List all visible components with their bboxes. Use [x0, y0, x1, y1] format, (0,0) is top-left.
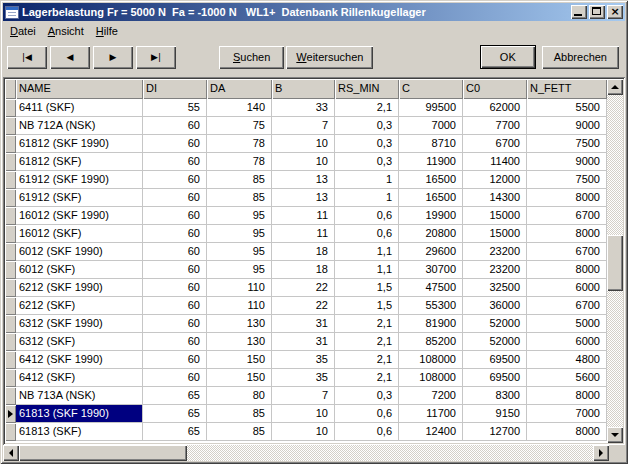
table-cell[interactable]: 10	[272, 153, 335, 171]
table-cell[interactable]: 47500	[399, 279, 463, 297]
table-row[interactable]: 6212 (SKF 1990)60110221,547500325006000	[5, 279, 607, 297]
table-cell[interactable]: 0,6	[335, 423, 399, 441]
table-cell[interactable]: 6412 (SKF)	[16, 369, 143, 387]
table-cell[interactable]: 10	[272, 405, 335, 423]
table-cell[interactable]: 11	[272, 207, 335, 225]
scroll-down-button[interactable]	[607, 427, 623, 443]
table-cell[interactable]: 29600	[399, 243, 463, 261]
table-cell[interactable]: 2,1	[335, 333, 399, 351]
next-record-button[interactable]: ▶	[93, 46, 133, 69]
table-row[interactable]: 61912 (SKF)608513116500143008000	[5, 189, 607, 207]
table-cell[interactable]: 31	[272, 315, 335, 333]
table-cell[interactable]: 2,1	[335, 369, 399, 387]
row-selector[interactable]	[5, 279, 16, 297]
table-cell[interactable]: 0,3	[335, 387, 399, 405]
titlebar[interactable]: Lagerbelastung Fr = 5000 N Fa = -1000 N …	[3, 3, 625, 21]
table-cell[interactable]: 110	[207, 279, 272, 297]
row-selector[interactable]	[5, 387, 16, 405]
table-row[interactable]: 6212 (SKF)60110221,555300360006700	[5, 297, 607, 315]
table-cell[interactable]: 1,5	[335, 297, 399, 315]
abbrechen-button[interactable]: Abbrechen	[542, 46, 619, 69]
row-selector[interactable]	[5, 189, 16, 207]
table-cell[interactable]: 18	[272, 261, 335, 279]
table-cell[interactable]: 61812 (SKF 1990)	[16, 135, 143, 153]
table-cell[interactable]: 85200	[399, 333, 463, 351]
horizontal-scroll-track[interactable]	[19, 445, 593, 461]
table-row[interactable]: NB 713A (NSK)658070,3720083008000	[5, 387, 607, 405]
menu-item-ansicht[interactable]: Ansicht	[42, 23, 90, 39]
table-cell[interactable]: 1,1	[335, 243, 399, 261]
row-selector[interactable]	[5, 135, 16, 153]
table-cell[interactable]: 30700	[399, 261, 463, 279]
table-cell[interactable]: 85	[207, 189, 272, 207]
table-cell[interactable]: 85	[207, 423, 272, 441]
table-cell[interactable]: 20800	[399, 225, 463, 243]
row-selector[interactable]	[5, 207, 16, 225]
previous-record-button[interactable]: ◀	[50, 46, 90, 69]
table-cell[interactable]: 1,1	[335, 261, 399, 279]
column-header-di[interactable]: DI	[143, 79, 207, 99]
table-cell[interactable]: 81900	[399, 315, 463, 333]
table-cell[interactable]: 95	[207, 207, 272, 225]
table-row[interactable]: 6411 (SKF)55140332,199500620005500	[5, 99, 607, 117]
table-cell[interactable]: 0,3	[335, 135, 399, 153]
table-cell[interactable]: 12400	[399, 423, 463, 441]
table-cell[interactable]: 15000	[463, 207, 527, 225]
table-cell[interactable]: 60	[143, 117, 207, 135]
table-cell[interactable]: 8300	[463, 387, 527, 405]
menu-item-datei[interactable]: Datei	[4, 23, 42, 39]
table-cell[interactable]: 140	[207, 99, 272, 117]
column-header-b[interactable]: B	[272, 79, 335, 99]
table-cell[interactable]: 0,6	[335, 405, 399, 423]
table-cell[interactable]: 130	[207, 333, 272, 351]
table-cell[interactable]: 55	[143, 99, 207, 117]
table-cell[interactable]: 61912 (SKF 1990)	[16, 171, 143, 189]
first-record-button[interactable]: |◀	[7, 46, 47, 69]
table-cell[interactable]: 4800	[527, 351, 607, 369]
suchen-button[interactable]: Suchen	[219, 46, 284, 69]
table-cell[interactable]: 95	[207, 243, 272, 261]
column-header-n_fett[interactable]: N_FETT	[527, 79, 607, 99]
table-cell[interactable]: 7	[272, 117, 335, 135]
row-selector[interactable]	[5, 261, 16, 279]
table-cell[interactable]: 16500	[399, 189, 463, 207]
table-cell[interactable]: 11700	[399, 405, 463, 423]
minimize-button[interactable]	[571, 5, 587, 19]
table-cell[interactable]: 2,1	[335, 99, 399, 117]
table-cell[interactable]: 14300	[463, 189, 527, 207]
table-cell[interactable]: 6412 (SKF 1990)	[16, 351, 143, 369]
table-cell[interactable]: 6700	[527, 207, 607, 225]
table-cell[interactable]: 23200	[463, 261, 527, 279]
table-cell[interactable]: 5000	[527, 315, 607, 333]
table-cell[interactable]: 130	[207, 315, 272, 333]
table-cell[interactable]: 8000	[527, 225, 607, 243]
table-cell[interactable]: 32500	[463, 279, 527, 297]
table-cell[interactable]: 95	[207, 261, 272, 279]
table-cell[interactable]: 60	[143, 333, 207, 351]
table-cell[interactable]: 6000	[527, 333, 607, 351]
menu-item-hilfe[interactable]: Hilfe	[90, 23, 124, 39]
table-cell[interactable]: 60	[143, 189, 207, 207]
table-cell[interactable]: 52000	[463, 333, 527, 351]
table-cell[interactable]: 52000	[463, 315, 527, 333]
table-row[interactable]: 61813 (SKF 1990)6585100,61170091507000	[5, 405, 607, 423]
table-cell[interactable]: 23200	[463, 243, 527, 261]
scroll-left-button[interactable]	[3, 445, 19, 461]
table-cell[interactable]: 35	[272, 351, 335, 369]
row-selector[interactable]	[5, 243, 16, 261]
table-cell[interactable]: 85	[207, 171, 272, 189]
maximize-button[interactable]	[589, 5, 605, 19]
row-selector[interactable]	[5, 99, 16, 117]
table-cell[interactable]: 9000	[527, 153, 607, 171]
table-cell[interactable]: 8000	[527, 387, 607, 405]
table-cell[interactable]: 11900	[399, 153, 463, 171]
table-cell[interactable]: 78	[207, 153, 272, 171]
row-selector[interactable]	[5, 297, 16, 315]
scroll-up-button[interactable]	[607, 79, 623, 95]
vertical-scroll-thumb[interactable]	[607, 235, 623, 291]
row-selector[interactable]	[5, 333, 16, 351]
row-selector[interactable]	[5, 405, 16, 423]
horizontal-scrollbar[interactable]	[3, 445, 609, 461]
horizontal-scroll-thumb[interactable]	[19, 445, 187, 461]
table-cell[interactable]: 7500	[527, 171, 607, 189]
